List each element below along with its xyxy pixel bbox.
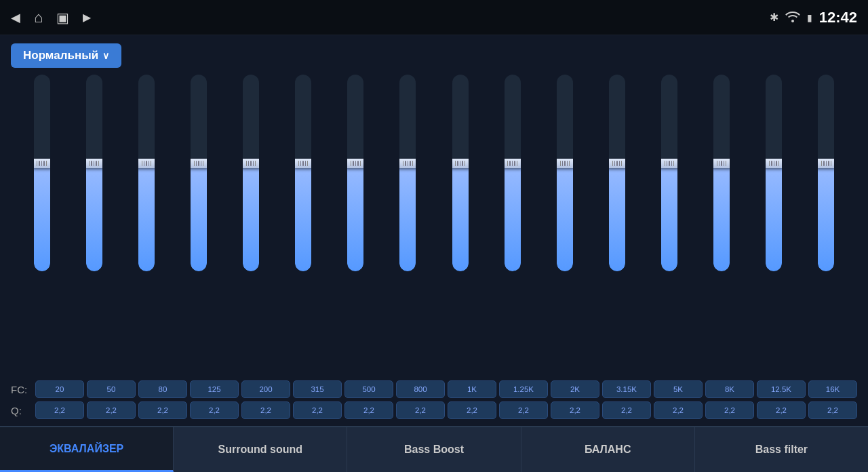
slider-thumb-11[interactable] bbox=[609, 159, 625, 168]
q-button-15[interactable]: 2,2 bbox=[808, 401, 857, 419]
fc-button-12[interactable]: 5K bbox=[654, 380, 703, 398]
slider-col-3[interactable] bbox=[173, 75, 224, 376]
fc-button-9[interactable]: 1.25K bbox=[499, 380, 548, 398]
back-icon[interactable]: ◀ bbox=[11, 10, 20, 25]
tab-surround[interactable]: Surround sound bbox=[174, 427, 347, 472]
slider-thumb-12[interactable] bbox=[661, 159, 677, 168]
q-button-1[interactable]: 2,2 bbox=[87, 401, 136, 419]
slider-col-0[interactable] bbox=[16, 75, 67, 376]
slider-thumb-7[interactable] bbox=[399, 159, 416, 168]
slider-fill-9 bbox=[505, 163, 521, 272]
slider-thumb-13[interactable] bbox=[713, 159, 730, 168]
battery-icon: ▮ bbox=[807, 12, 812, 23]
main-content: Нормальный ∨ FC: 2050801252003155008001K… bbox=[0, 35, 868, 426]
slider-fill-2 bbox=[138, 163, 155, 272]
slider-thumb-9[interactable] bbox=[505, 159, 521, 168]
slider-thumb-3[interactable] bbox=[191, 159, 207, 168]
fc-button-15[interactable]: 16K bbox=[808, 380, 857, 398]
slider-fill-3 bbox=[191, 163, 207, 272]
slider-col-9[interactable] bbox=[487, 75, 538, 376]
slider-fill-10 bbox=[557, 163, 573, 272]
slider-col-15[interactable] bbox=[801, 75, 852, 376]
tab-equalizer[interactable]: ЭКВАЛАЙЗЕР bbox=[0, 427, 174, 472]
q-button-5[interactable]: 2,2 bbox=[293, 401, 342, 419]
slider-col-5[interactable] bbox=[278, 75, 329, 376]
q-button-0[interactable]: 2,2 bbox=[35, 401, 84, 419]
slider-thumb-2[interactable] bbox=[138, 159, 155, 168]
sliders-container bbox=[11, 75, 857, 376]
slider-fill-11 bbox=[609, 163, 625, 272]
slider-col-11[interactable] bbox=[591, 75, 642, 376]
slider-fill-13 bbox=[713, 163, 730, 272]
q-button-11[interactable]: 2,2 bbox=[602, 401, 651, 419]
fc-button-3[interactable]: 125 bbox=[190, 380, 239, 398]
slider-thumb-14[interactable] bbox=[766, 159, 782, 168]
slider-col-14[interactable] bbox=[749, 75, 800, 376]
slider-col-13[interactable] bbox=[696, 75, 747, 376]
fc-button-0[interactable]: 20 bbox=[35, 380, 84, 398]
slider-col-6[interactable] bbox=[330, 75, 381, 376]
slider-thumb-5[interactable] bbox=[295, 159, 311, 168]
slider-fill-5 bbox=[295, 163, 311, 272]
q-button-7[interactable]: 2,2 bbox=[396, 401, 445, 419]
q-button-3[interactable]: 2,2 bbox=[190, 401, 239, 419]
slider-thumb-8[interactable] bbox=[452, 159, 469, 168]
fc-button-10[interactable]: 2K bbox=[551, 380, 599, 398]
fc-button-5[interactable]: 315 bbox=[293, 380, 342, 398]
tab-bassfilter[interactable]: Bass filter bbox=[695, 427, 868, 472]
chevron-down-icon: ∨ bbox=[102, 50, 109, 61]
slider-thumb-6[interactable] bbox=[347, 159, 363, 168]
slider-col-2[interactable] bbox=[121, 75, 172, 376]
slider-col-4[interactable] bbox=[226, 75, 277, 376]
fc-buttons: 2050801252003155008001K1.25K2K3.15K5K8K1… bbox=[35, 380, 857, 398]
play-icon[interactable]: ▶ bbox=[83, 11, 91, 24]
fc-button-6[interactable]: 500 bbox=[344, 380, 393, 398]
q-button-10[interactable]: 2,2 bbox=[551, 401, 599, 419]
slider-col-10[interactable] bbox=[539, 75, 590, 376]
slider-thumb-1[interactable] bbox=[86, 159, 102, 168]
slider-fill-1 bbox=[86, 163, 102, 272]
q-button-13[interactable]: 2,2 bbox=[705, 401, 754, 419]
preset-label: Нормальный bbox=[23, 49, 98, 62]
q-button-6[interactable]: 2,2 bbox=[344, 401, 393, 419]
slider-col-1[interactable] bbox=[68, 75, 119, 376]
slider-fill-12 bbox=[661, 163, 677, 272]
q-row: Q: 2,22,22,22,22,22,22,22,22,22,22,22,22… bbox=[11, 401, 857, 419]
window-icon[interactable]: ▣ bbox=[56, 9, 69, 26]
tab-bar: ЭКВАЛАЙЗЕРSurround soundBass BoostБАЛАНС… bbox=[0, 426, 868, 472]
fc-button-11[interactable]: 3.15K bbox=[602, 380, 651, 398]
slider-thumb-4[interactable] bbox=[243, 159, 259, 168]
q-button-9[interactable]: 2,2 bbox=[499, 401, 548, 419]
q-button-14[interactable]: 2,2 bbox=[757, 401, 806, 419]
fc-button-2[interactable]: 80 bbox=[138, 380, 187, 398]
slider-col-7[interactable] bbox=[382, 75, 433, 376]
clock: 12:42 bbox=[819, 9, 857, 26]
slider-thumb-10[interactable] bbox=[557, 159, 573, 168]
wifi-icon bbox=[785, 10, 800, 24]
fc-button-14[interactable]: 12.5K bbox=[757, 380, 806, 398]
slider-col-8[interactable] bbox=[435, 75, 486, 376]
fc-button-4[interactable]: 200 bbox=[241, 380, 290, 398]
preset-button[interactable]: Нормальный ∨ bbox=[11, 43, 121, 68]
eq-section: FC: 2050801252003155008001K1.25K2K3.15K5… bbox=[11, 75, 857, 419]
slider-fill-0 bbox=[34, 163, 50, 272]
slider-col-12[interactable] bbox=[644, 75, 695, 376]
q-button-2[interactable]: 2,2 bbox=[138, 401, 187, 419]
fc-button-8[interactable]: 1K bbox=[448, 380, 496, 398]
q-button-8[interactable]: 2,2 bbox=[448, 401, 496, 419]
tab-bassboost[interactable]: Bass Boost bbox=[347, 427, 521, 472]
slider-fill-4 bbox=[243, 163, 259, 272]
fc-button-13[interactable]: 8K bbox=[705, 380, 754, 398]
q-button-12[interactable]: 2,2 bbox=[654, 401, 703, 419]
q-button-4[interactable]: 2,2 bbox=[241, 401, 290, 419]
fc-label: FC: bbox=[11, 384, 35, 395]
bluetooth-icon: ✱ bbox=[770, 11, 778, 24]
slider-fill-14 bbox=[766, 163, 782, 272]
tab-balance[interactable]: БАЛАНС bbox=[521, 427, 695, 472]
slider-thumb-0[interactable] bbox=[34, 159, 50, 168]
home-icon[interactable]: ⌂ bbox=[34, 9, 43, 26]
slider-thumb-15[interactable] bbox=[818, 159, 834, 168]
fc-row: FC: 2050801252003155008001K1.25K2K3.15K5… bbox=[11, 380, 857, 398]
fc-button-7[interactable]: 800 bbox=[396, 380, 445, 398]
fc-button-1[interactable]: 50 bbox=[87, 380, 136, 398]
